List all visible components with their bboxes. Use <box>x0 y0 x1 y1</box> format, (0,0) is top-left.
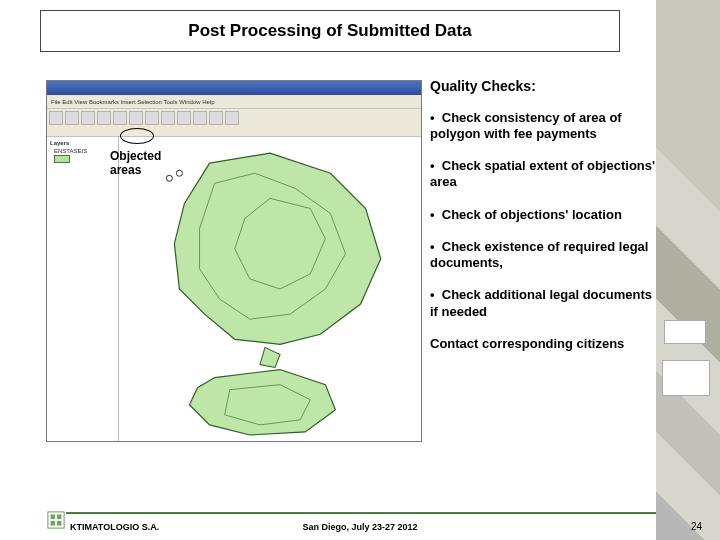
closing-line: Contact corresponding citizens <box>430 336 662 352</box>
callout-label: Objected areas <box>110 150 161 178</box>
bullet-item: • Check consistency of area of polygon w… <box>430 110 662 143</box>
gis-window-titlebar <box>47 81 421 95</box>
callout-line2: areas <box>110 163 141 177</box>
gis-toc-panel: Layers ENSTASEIS <box>47 137 119 441</box>
bullet-text: Check of objections' location <box>442 207 622 222</box>
gis-toc-header: Layers <box>50 140 115 146</box>
gis-layer-swatch <box>54 155 70 163</box>
footer-divider <box>46 512 656 514</box>
callout-line1: Objected <box>110 149 161 163</box>
quality-checks-block: Quality Checks: • Check consistency of a… <box>430 78 662 368</box>
slide-title: Post Processing of Submitted Data <box>40 10 620 52</box>
bullet-text: Check additional legal documents if need… <box>430 287 652 318</box>
bullet-text: Check existence of required legal docume… <box>430 239 648 270</box>
gis-screenshot: File Edit View Bookmarks Insert Selectio… <box>46 80 422 442</box>
svg-point-0 <box>166 175 172 181</box>
svg-point-1 <box>176 170 182 176</box>
bullet-item: • Check spatial extent of objections' ar… <box>430 158 662 191</box>
bullet-item: • Check of objections' location <box>430 207 662 223</box>
gis-layer-item: ENSTASEIS <box>54 148 115 163</box>
footer-venue: San Diego, July 23-27 2012 <box>0 522 720 532</box>
footer-pagenum: 24 <box>691 521 702 532</box>
callout-circle-icon <box>120 128 154 144</box>
gis-polygons-icon <box>119 137 421 441</box>
gis-toolbar <box>47 109 421 137</box>
bullet-item: • Check existence of required legal docu… <box>430 239 662 272</box>
right-aerial-strip <box>656 0 720 540</box>
gis-menubar: File Edit View Bookmarks Insert Selectio… <box>47 95 421 109</box>
gis-layer-label: ENSTASEIS <box>54 148 115 154</box>
gis-map-canvas <box>119 137 421 441</box>
slide-footer: KTIMATOLOGIO S.A. San Diego, July 23-27 … <box>0 512 720 540</box>
bullet-item: • Check additional legal documents if ne… <box>430 287 662 320</box>
bullet-text: Check consistency of area of polygon wit… <box>430 110 622 141</box>
quality-checks-heading: Quality Checks: <box>430 78 662 96</box>
bullet-text: Check spatial extent of objections' area <box>430 158 655 189</box>
